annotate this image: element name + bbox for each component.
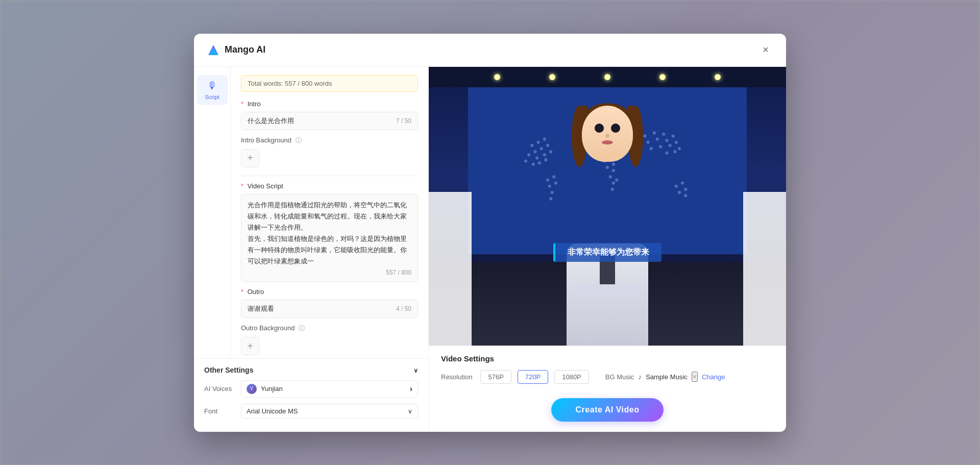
outro-char-count: 4 / 50 xyxy=(396,305,411,312)
script-icon: 🎙 xyxy=(207,80,217,92)
bg-music-label: BG Music xyxy=(605,373,634,381)
music-note-icon: ♪ xyxy=(638,373,642,381)
svg-point-55 xyxy=(684,188,687,191)
svg-point-40 xyxy=(653,132,656,135)
intro-input-row[interactable]: 什么是光合作用 7 / 50 xyxy=(241,112,418,130)
svg-point-13 xyxy=(532,163,535,166)
svg-point-56 xyxy=(678,191,681,194)
intro-char-count: 7 / 50 xyxy=(396,117,411,125)
ai-voices-row: AI Voices Y Yunjian xyxy=(204,380,418,398)
modal-body: 🎙 Script Total words: 557 / 800 words * … xyxy=(194,67,786,432)
svg-point-51 xyxy=(674,150,677,153)
script-char-count: 557 / 800 xyxy=(248,269,411,276)
ceiling-light-1 xyxy=(494,74,500,80)
svg-point-53 xyxy=(675,185,678,188)
outro-input[interactable]: 谢谢观看 xyxy=(248,304,396,313)
video-script-label: * Video Script xyxy=(241,182,418,190)
script-panel: Total words: 557 / 800 words * Intro 什么是… xyxy=(231,67,428,358)
svg-point-49 xyxy=(675,141,678,144)
other-settings-section: Other Settings AI Voices Y Yunjian Font xyxy=(194,358,428,432)
svg-point-8 xyxy=(527,154,530,157)
svg-point-50 xyxy=(666,152,669,155)
font-name: Arial Unicode MS xyxy=(247,407,298,415)
outro-input-row[interactable]: 谢谢观看 4 / 50 xyxy=(241,300,418,318)
svg-point-12 xyxy=(524,160,527,163)
ceiling-light-3 xyxy=(604,74,610,80)
svg-point-10 xyxy=(543,154,546,157)
svg-point-44 xyxy=(666,139,669,142)
intro-background-label: Intro Background ⓘ xyxy=(241,136,418,145)
sidebar-item-script[interactable]: 🎙 Script xyxy=(197,75,228,105)
logo-area: Mango AI xyxy=(206,43,265,57)
resolution-720p-button[interactable]: 720P xyxy=(518,370,548,384)
svg-point-43 xyxy=(656,138,659,141)
left-content: 🎙 Script Total words: 557 / 800 words * … xyxy=(194,67,428,358)
voice-name: Yunjian xyxy=(261,385,283,393)
svg-point-46 xyxy=(650,147,653,150)
svg-point-54 xyxy=(681,182,684,185)
ceiling-lights xyxy=(429,67,786,87)
ceiling-light-5 xyxy=(715,74,721,80)
other-settings-label: Other Settings xyxy=(204,366,253,374)
svg-point-9 xyxy=(535,157,538,160)
svg-point-39 xyxy=(644,135,647,138)
divider-1 xyxy=(241,176,418,176)
svg-marker-1 xyxy=(208,48,218,55)
resolution-576p-button[interactable]: 576P xyxy=(480,370,511,384)
svg-point-41 xyxy=(662,133,665,136)
svg-point-14 xyxy=(538,161,541,164)
mango-ai-logo-icon xyxy=(206,43,220,57)
bg-music-section: BG Music ♪ Sample Music × Change xyxy=(605,372,725,382)
music-change-link[interactable]: Change xyxy=(702,373,725,381)
chevron-right-icon xyxy=(410,384,412,394)
voice-select-dropdown[interactable]: Y Yunjian xyxy=(241,380,418,398)
right-panel: 非常荣幸能够为您带来 Video Settings Resolution 576… xyxy=(429,67,786,432)
svg-point-5 xyxy=(534,150,537,153)
sidebar-item-label: Script xyxy=(205,94,219,100)
intro-section-label: * Intro xyxy=(241,100,418,108)
outro-section-label: * Outro xyxy=(241,288,418,296)
font-label: Font xyxy=(204,407,235,415)
video-background: 非常荣幸能够为您带来 xyxy=(429,67,786,346)
svg-point-6 xyxy=(540,147,543,150)
font-row: Font Arial Unicode MS xyxy=(204,404,418,419)
resolution-label: Resolution xyxy=(441,373,472,381)
create-button-area: Create AI Video xyxy=(429,392,786,432)
chevron-down-icon-font xyxy=(408,407,412,415)
ceiling-light-2 xyxy=(549,74,555,80)
svg-point-15 xyxy=(545,158,548,161)
font-select-dropdown[interactable]: Arial Unicode MS xyxy=(241,404,418,419)
intro-input[interactable]: 什么是光合作用 xyxy=(248,116,396,126)
resolution-1080p-button[interactable]: 1080P xyxy=(554,370,589,384)
intro-background-add-button[interactable]: + xyxy=(241,149,259,167)
video-settings-panel: Video Settings Resolution 576P 720P 1080… xyxy=(429,346,786,392)
outro-background-add-button[interactable]: + xyxy=(241,337,259,355)
ai-voices-label: AI Voices xyxy=(204,385,235,393)
video-preview: 非常荣幸能够为您带来 xyxy=(429,67,786,346)
modal-header: Mango AI × xyxy=(194,34,786,67)
close-button[interactable]: × xyxy=(757,42,774,58)
settings-options: Resolution 576P 720P 1080P BG Music ♪ Sa… xyxy=(441,370,774,384)
logo-text: Mango AI xyxy=(225,44,265,55)
video-settings-title: Video Settings xyxy=(441,354,774,363)
svg-point-16 xyxy=(546,179,549,182)
side-panel-right xyxy=(743,192,786,345)
svg-point-42 xyxy=(647,141,650,144)
script-line-1: 光合作用是指植物通过阳光的帮助，将空气中的二氧化碳和水，转化成能量和氧气的过程。… xyxy=(248,201,407,231)
svg-point-2 xyxy=(531,144,534,147)
music-remove-button[interactable]: × xyxy=(692,372,698,382)
svg-point-4 xyxy=(543,138,546,141)
word-count-bar: Total words: 557 / 800 words xyxy=(241,75,418,92)
script-line-2: 首先，我们知道植物是绿色的，对吗？这是因为植物里有一种特殊的物质叫叶绿素，它能吸… xyxy=(248,235,407,265)
svg-point-7 xyxy=(546,144,549,147)
subtitle-banner: 非常荣幸能够为您带来 xyxy=(553,243,662,262)
other-settings-toggle[interactable]: Other Settings xyxy=(204,366,418,374)
main-modal: Mango AI × 🎙 Script To xyxy=(194,34,786,432)
subtitle-text: 非常荣幸能够为您带来 xyxy=(568,248,649,256)
ceiling-light-4 xyxy=(659,74,666,80)
stage: 非常荣幸能够为您带来 xyxy=(429,67,786,346)
svg-point-52 xyxy=(678,147,681,150)
create-ai-video-button[interactable]: Create AI Video xyxy=(551,398,664,422)
voice-avatar: Y xyxy=(247,384,257,394)
svg-point-45 xyxy=(672,135,675,138)
